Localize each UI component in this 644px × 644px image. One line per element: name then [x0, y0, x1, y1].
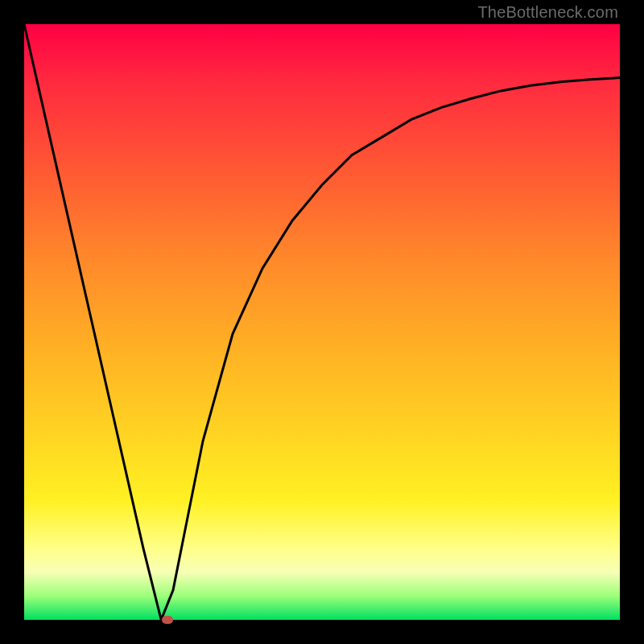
bottleneck-curve: [24, 24, 620, 620]
watermark-text: TheBottleneck.com: [477, 3, 618, 22]
curve-path: [24, 24, 620, 620]
min-point-marker: [162, 616, 173, 624]
plot-area: [24, 24, 620, 620]
chart-frame: TheBottleneck.com: [0, 0, 644, 644]
